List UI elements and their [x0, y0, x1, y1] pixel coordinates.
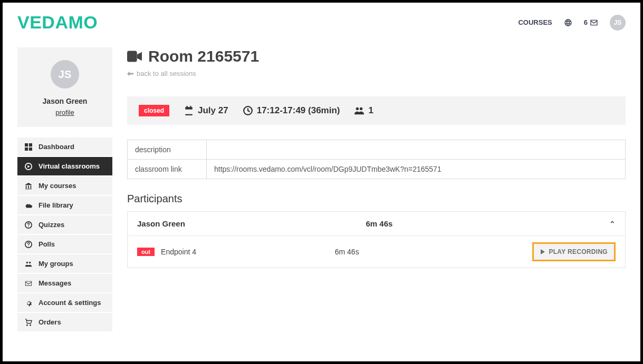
nav-label: Virtual classrooms: [39, 162, 100, 170]
participant-header-row[interactable]: Jason Green 6m 46s ⌃: [128, 212, 625, 235]
detail-row-description: description: [128, 140, 626, 160]
profile-link[interactable]: profile: [23, 109, 107, 116]
nav-quizzes[interactable]: Quizzes: [17, 215, 112, 234]
profile-name: Jason Green: [23, 97, 107, 105]
arrow-left-icon: [127, 71, 133, 76]
date-value: July 27: [198, 105, 228, 116]
detail-row-link: classroom link https://rooms.vedamo.com/…: [128, 160, 626, 179]
nav-my-courses[interactable]: My courses: [17, 176, 112, 195]
clock-icon: [243, 106, 253, 115]
notif-count: 6: [584, 18, 588, 26]
user-avatar-large: JS: [51, 60, 79, 88]
chevron-up-icon: ⌃: [609, 220, 616, 228]
page-title-row: Room 2165571: [127, 47, 626, 65]
session-time: 17:12-17:49 (36min): [243, 105, 340, 116]
nav-polls[interactable]: Polls: [17, 235, 112, 253]
status-badge: closed: [139, 105, 169, 116]
nav-orders[interactable]: Orders: [17, 313, 112, 331]
participant-duration: 6m 46s: [366, 219, 595, 228]
back-link-label: back to all sessions: [137, 70, 196, 77]
nav-label: Orders: [39, 318, 61, 326]
dashboard-icon: [25, 143, 32, 151]
nav-label: Polls: [39, 240, 55, 248]
building-icon: [25, 182, 32, 190]
session-info-bar: closed July 27 17:12-17:49 (36min) 1: [127, 96, 626, 125]
video-icon: [127, 51, 142, 62]
participants-box: Jason Green 6m 46s ⌃ out Endpoint 4 6m 4…: [127, 211, 626, 268]
detail-value: [207, 140, 626, 160]
participants-value: 1: [368, 105, 373, 116]
sidebar-nav: Dashboard Virtual classrooms My courses …: [17, 137, 112, 331]
envelope-icon: [590, 18, 598, 27]
participants-section-title: Participants: [127, 193, 626, 205]
top-header: VEDAMO COURSES 6 JS: [17, 12, 626, 33]
nav-label: Account & settings: [39, 299, 101, 307]
nav-label: My courses: [39, 182, 76, 190]
sidebar: JS Jason Green profile Dashboard Virtual…: [17, 47, 112, 331]
brand-logo[interactable]: VEDAMO: [17, 12, 98, 33]
svg-point-3: [26, 261, 28, 263]
nav-account-settings[interactable]: Account & settings: [17, 293, 112, 312]
page-title: Room 2165571: [148, 47, 259, 65]
nav-dashboard[interactable]: Dashboard: [17, 137, 112, 156]
endpoint-duration: 6m 46s: [335, 248, 533, 256]
calendar-icon: [184, 106, 194, 115]
back-to-sessions-link[interactable]: back to all sessions: [127, 70, 626, 77]
session-participants-count: 1: [354, 105, 373, 116]
participant-name: Jason Green: [137, 219, 366, 228]
nav-file-library[interactable]: File library: [17, 196, 112, 214]
question-icon: [25, 221, 32, 229]
nav-label: My groups: [39, 260, 73, 268]
svg-point-8: [360, 107, 362, 110]
time-value: 17:12-17:49 (36min): [257, 105, 340, 116]
play-button-label: PLAY RECORDING: [549, 248, 608, 255]
cloud-icon: [25, 202, 32, 209]
out-badge: out: [137, 248, 155, 256]
play-icon: [540, 249, 545, 254]
nav-virtual-classrooms[interactable]: Virtual classrooms: [17, 157, 112, 175]
session-date: July 27: [184, 105, 228, 116]
play-circle-icon: [25, 163, 32, 170]
users-icon: [25, 260, 32, 268]
header-right: COURSES 6 JS: [518, 15, 626, 31]
gear-icon: [25, 299, 32, 307]
detail-label: classroom link: [128, 160, 207, 179]
classroom-link-value[interactable]: https://rooms.vedamo.com/vcl/room/DGp9JU…: [207, 160, 626, 179]
nav-label: File library: [39, 201, 73, 209]
question-icon: [25, 241, 32, 248]
nav-messages[interactable]: Messages: [17, 274, 112, 292]
endpoint-name: Endpoint 4: [161, 248, 196, 256]
cart-icon: [25, 319, 32, 326]
svg-point-4: [29, 261, 31, 263]
session-details-table: description classroom link https://rooms…: [127, 140, 626, 179]
globe-icon[interactable]: [564, 18, 572, 27]
envelope-icon: [25, 280, 32, 287]
svg-rect-5: [127, 51, 137, 62]
user-avatar-small[interactable]: JS: [610, 15, 626, 31]
nav-label: Messages: [39, 279, 71, 287]
nav-label: Dashboard: [39, 143, 74, 151]
nav-my-groups[interactable]: My groups: [17, 254, 112, 273]
endpoint-cell: out Endpoint 4: [137, 248, 335, 256]
users-icon: [354, 106, 364, 115]
notifications[interactable]: 6: [584, 18, 598, 27]
profile-box: JS Jason Green profile: [17, 47, 112, 127]
svg-point-7: [356, 107, 359, 110]
nav-label: Quizzes: [39, 221, 64, 229]
courses-link[interactable]: COURSES: [518, 18, 552, 26]
participant-endpoint-row: out Endpoint 4 6m 46s PLAY RECORDING: [128, 235, 625, 268]
main-content: Room 2165571 back to all sessions closed…: [127, 47, 626, 268]
detail-label: description: [128, 140, 207, 160]
play-recording-button[interactable]: PLAY RECORDING: [532, 242, 616, 261]
